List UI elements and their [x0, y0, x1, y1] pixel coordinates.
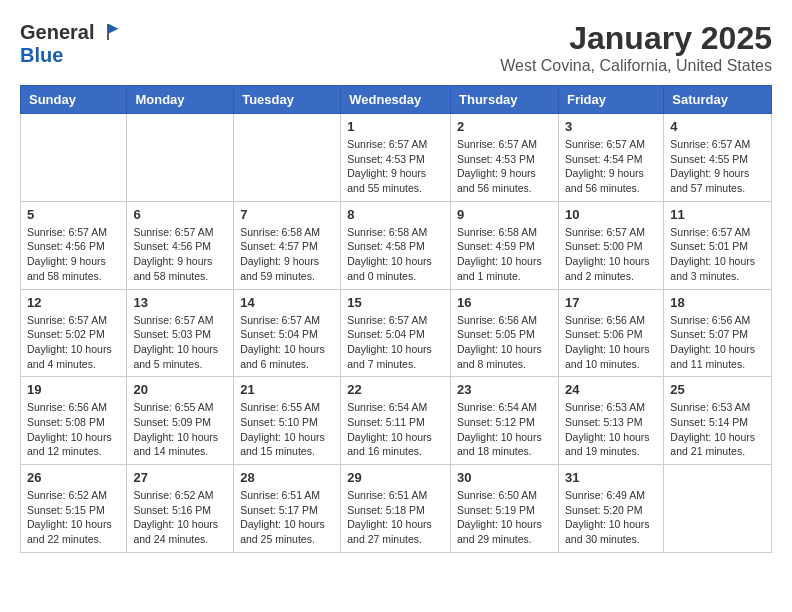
calendar-day-cell: 26Sunrise: 6:52 AM Sunset: 5:15 PM Dayli… [21, 465, 127, 553]
day-info: Sunrise: 6:56 AM Sunset: 5:05 PM Dayligh… [457, 313, 552, 372]
day-number: 27 [133, 470, 227, 485]
day-info: Sunrise: 6:51 AM Sunset: 5:17 PM Dayligh… [240, 488, 334, 547]
calendar-day-cell: 5Sunrise: 6:57 AM Sunset: 4:56 PM Daylig… [21, 201, 127, 289]
day-number: 19 [27, 382, 120, 397]
day-number: 22 [347, 382, 444, 397]
day-number: 23 [457, 382, 552, 397]
day-number: 29 [347, 470, 444, 485]
day-info: Sunrise: 6:57 AM Sunset: 5:01 PM Dayligh… [670, 225, 765, 284]
day-info: Sunrise: 6:57 AM Sunset: 4:56 PM Dayligh… [27, 225, 120, 284]
location-title: West Covina, California, United States [500, 57, 772, 75]
calendar-header-sunday: Sunday [21, 86, 127, 114]
calendar-day-cell: 15Sunrise: 6:57 AM Sunset: 5:04 PM Dayli… [341, 289, 451, 377]
day-number: 21 [240, 382, 334, 397]
calendar-day-cell: 23Sunrise: 6:54 AM Sunset: 5:12 PM Dayli… [451, 377, 559, 465]
calendar-header-row: SundayMondayTuesdayWednesdayThursdayFrid… [21, 86, 772, 114]
calendar-day-cell: 18Sunrise: 6:56 AM Sunset: 5:07 PM Dayli… [664, 289, 772, 377]
day-info: Sunrise: 6:51 AM Sunset: 5:18 PM Dayligh… [347, 488, 444, 547]
calendar-week-row: 5Sunrise: 6:57 AM Sunset: 4:56 PM Daylig… [21, 201, 772, 289]
calendar-day-cell: 4Sunrise: 6:57 AM Sunset: 4:55 PM Daylig… [664, 114, 772, 202]
calendar-day-cell: 22Sunrise: 6:54 AM Sunset: 5:11 PM Dayli… [341, 377, 451, 465]
day-info: Sunrise: 6:58 AM Sunset: 4:59 PM Dayligh… [457, 225, 552, 284]
day-info: Sunrise: 6:57 AM Sunset: 5:03 PM Dayligh… [133, 313, 227, 372]
calendar-header-saturday: Saturday [664, 86, 772, 114]
calendar-day-cell: 21Sunrise: 6:55 AM Sunset: 5:10 PM Dayli… [234, 377, 341, 465]
logo-general: General [20, 21, 94, 43]
day-number: 4 [670, 119, 765, 134]
calendar-table: SundayMondayTuesdayWednesdayThursdayFrid… [20, 85, 772, 553]
day-info: Sunrise: 6:56 AM Sunset: 5:06 PM Dayligh… [565, 313, 657, 372]
day-info: Sunrise: 6:58 AM Sunset: 4:58 PM Dayligh… [347, 225, 444, 284]
day-info: Sunrise: 6:52 AM Sunset: 5:15 PM Dayligh… [27, 488, 120, 547]
calendar-header-friday: Friday [558, 86, 663, 114]
svg-marker-0 [109, 24, 119, 34]
logo: General Blue [20, 20, 120, 66]
day-info: Sunrise: 6:53 AM Sunset: 5:14 PM Dayligh… [670, 400, 765, 459]
calendar-day-cell: 20Sunrise: 6:55 AM Sunset: 5:09 PM Dayli… [127, 377, 234, 465]
day-info: Sunrise: 6:54 AM Sunset: 5:12 PM Dayligh… [457, 400, 552, 459]
calendar-day-cell: 25Sunrise: 6:53 AM Sunset: 5:14 PM Dayli… [664, 377, 772, 465]
calendar-day-cell: 2Sunrise: 6:57 AM Sunset: 4:53 PM Daylig… [451, 114, 559, 202]
calendar-day-cell: 24Sunrise: 6:53 AM Sunset: 5:13 PM Dayli… [558, 377, 663, 465]
day-info: Sunrise: 6:57 AM Sunset: 5:04 PM Dayligh… [240, 313, 334, 372]
calendar-day-cell: 12Sunrise: 6:57 AM Sunset: 5:02 PM Dayli… [21, 289, 127, 377]
logo-blue: Blue [20, 44, 120, 66]
day-number: 12 [27, 295, 120, 310]
day-info: Sunrise: 6:57 AM Sunset: 4:54 PM Dayligh… [565, 137, 657, 196]
day-info: Sunrise: 6:57 AM Sunset: 4:53 PM Dayligh… [457, 137, 552, 196]
calendar-header-wednesday: Wednesday [341, 86, 451, 114]
day-number: 17 [565, 295, 657, 310]
calendar-day-cell [21, 114, 127, 202]
day-number: 11 [670, 207, 765, 222]
calendar-header-monday: Monday [127, 86, 234, 114]
calendar-day-cell: 6Sunrise: 6:57 AM Sunset: 4:56 PM Daylig… [127, 201, 234, 289]
day-number: 15 [347, 295, 444, 310]
calendar-week-row: 12Sunrise: 6:57 AM Sunset: 5:02 PM Dayli… [21, 289, 772, 377]
day-number: 3 [565, 119, 657, 134]
day-number: 28 [240, 470, 334, 485]
calendar-day-cell [234, 114, 341, 202]
day-info: Sunrise: 6:58 AM Sunset: 4:57 PM Dayligh… [240, 225, 334, 284]
page-header: General Blue January 2025 West Covina, C… [20, 20, 772, 75]
calendar-day-cell: 1Sunrise: 6:57 AM Sunset: 4:53 PM Daylig… [341, 114, 451, 202]
calendar-day-cell: 29Sunrise: 6:51 AM Sunset: 5:18 PM Dayli… [341, 465, 451, 553]
calendar-day-cell: 9Sunrise: 6:58 AM Sunset: 4:59 PM Daylig… [451, 201, 559, 289]
day-number: 9 [457, 207, 552, 222]
day-number: 6 [133, 207, 227, 222]
day-number: 30 [457, 470, 552, 485]
logo-general-text: General [20, 20, 120, 44]
calendar-day-cell: 13Sunrise: 6:57 AM Sunset: 5:03 PM Dayli… [127, 289, 234, 377]
svg-rect-1 [108, 24, 110, 40]
calendar-day-cell: 8Sunrise: 6:58 AM Sunset: 4:58 PM Daylig… [341, 201, 451, 289]
day-number: 16 [457, 295, 552, 310]
calendar-day-cell: 17Sunrise: 6:56 AM Sunset: 5:06 PM Dayli… [558, 289, 663, 377]
calendar-day-cell: 27Sunrise: 6:52 AM Sunset: 5:16 PM Dayli… [127, 465, 234, 553]
day-info: Sunrise: 6:55 AM Sunset: 5:09 PM Dayligh… [133, 400, 227, 459]
calendar-week-row: 1Sunrise: 6:57 AM Sunset: 4:53 PM Daylig… [21, 114, 772, 202]
logo-flag-icon [96, 20, 120, 44]
day-number: 5 [27, 207, 120, 222]
day-info: Sunrise: 6:57 AM Sunset: 5:02 PM Dayligh… [27, 313, 120, 372]
day-number: 13 [133, 295, 227, 310]
day-info: Sunrise: 6:57 AM Sunset: 4:56 PM Dayligh… [133, 225, 227, 284]
day-number: 24 [565, 382, 657, 397]
day-number: 26 [27, 470, 120, 485]
day-info: Sunrise: 6:56 AM Sunset: 5:08 PM Dayligh… [27, 400, 120, 459]
day-info: Sunrise: 6:53 AM Sunset: 5:13 PM Dayligh… [565, 400, 657, 459]
calendar-day-cell: 30Sunrise: 6:50 AM Sunset: 5:19 PM Dayli… [451, 465, 559, 553]
calendar-day-cell: 11Sunrise: 6:57 AM Sunset: 5:01 PM Dayli… [664, 201, 772, 289]
calendar-week-row: 19Sunrise: 6:56 AM Sunset: 5:08 PM Dayli… [21, 377, 772, 465]
day-info: Sunrise: 6:54 AM Sunset: 5:11 PM Dayligh… [347, 400, 444, 459]
day-info: Sunrise: 6:57 AM Sunset: 5:04 PM Dayligh… [347, 313, 444, 372]
day-number: 25 [670, 382, 765, 397]
calendar-header-tuesday: Tuesday [234, 86, 341, 114]
day-number: 10 [565, 207, 657, 222]
calendar-day-cell: 19Sunrise: 6:56 AM Sunset: 5:08 PM Dayli… [21, 377, 127, 465]
day-number: 14 [240, 295, 334, 310]
day-number: 7 [240, 207, 334, 222]
day-number: 20 [133, 382, 227, 397]
day-info: Sunrise: 6:49 AM Sunset: 5:20 PM Dayligh… [565, 488, 657, 547]
calendar-day-cell: 10Sunrise: 6:57 AM Sunset: 5:00 PM Dayli… [558, 201, 663, 289]
calendar-week-row: 26Sunrise: 6:52 AM Sunset: 5:15 PM Dayli… [21, 465, 772, 553]
calendar-day-cell: 7Sunrise: 6:58 AM Sunset: 4:57 PM Daylig… [234, 201, 341, 289]
